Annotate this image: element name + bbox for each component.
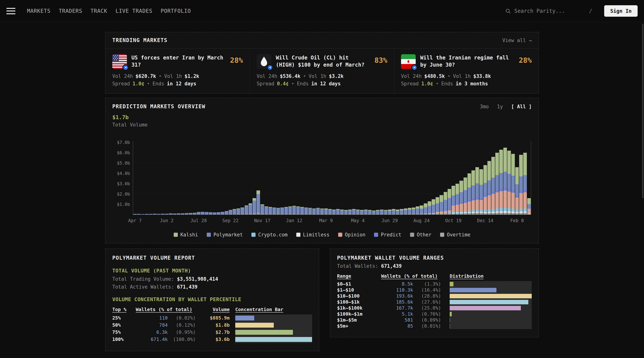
volume-line: Vol 24h$480.5k•Vol 1h$33.8k	[401, 73, 532, 79]
volume-value: $620.7k	[136, 73, 156, 79]
wallet-pct: (0.02%)	[170, 315, 196, 322]
sign-in-button[interactable]: Sign In	[604, 5, 638, 17]
wallet-count: 8.5k	[381, 281, 413, 287]
view-all-link[interactable]: View all →	[502, 37, 532, 43]
separator-dot: •	[292, 81, 294, 86]
wallet-count: 671.4k	[136, 336, 168, 343]
wallets-cell: 671.4k(100.0%)	[136, 336, 194, 343]
legend-item-kalshi[interactable]: Kalshi	[174, 232, 198, 238]
range-button-All[interactable]: [ All ]	[511, 104, 532, 109]
total-volume-label: Total Volume	[112, 122, 532, 128]
svg-text:Jul 28: Jul 28	[190, 218, 207, 223]
range-button-1y[interactable]: 1y	[497, 104, 503, 109]
distribution-bar-fill	[450, 318, 450, 322]
search-input[interactable]	[514, 8, 582, 14]
spread-line: Spread1.0¢•Endsin 12 days	[112, 81, 243, 86]
spread-value: 1.0¢	[132, 81, 144, 86]
legend-swatch	[252, 233, 256, 237]
column-header: Range	[337, 273, 376, 281]
spread-label: Spread	[112, 81, 130, 86]
spread-label: Ends	[152, 81, 164, 86]
wallets-cell: 8.5k(1.3%)	[381, 281, 444, 287]
volume-label: Vol 1h	[164, 73, 182, 79]
svg-text:$5.0b: $5.0b	[117, 161, 130, 165]
market-card[interactable]: US forces enter Iran by March 31?28%Vol …	[106, 49, 250, 93]
time-range-selector: 3mo1y[ All ]	[480, 104, 532, 109]
legend-label: Other	[417, 232, 432, 238]
legend-item-other[interactable]: Other	[410, 232, 432, 238]
nav-item-live-trades[interactable]: LIVE TRADES	[116, 8, 152, 14]
column-header: Wallets (% of total)	[136, 306, 194, 315]
svg-text:$1.0b: $1.0b	[117, 202, 130, 207]
scrollbar-thumb[interactable]	[642, 24, 644, 198]
iran-flag-icon	[401, 54, 416, 69]
active-wallets-label: Total Active Wallets:	[112, 284, 174, 290]
concentration-bar-fill	[235, 337, 312, 342]
volume-value: $480.5k	[424, 73, 445, 79]
legend-label: Overtime	[447, 232, 470, 238]
volume-value: $536.4k	[280, 73, 300, 79]
wallet-pct: (0.95%)	[170, 329, 196, 336]
overview-title: PREDICTION MARKETS OVERVIEW	[112, 103, 206, 110]
legend-item-overtime[interactable]: Overtime	[440, 232, 470, 238]
spread-label: Spread	[257, 81, 274, 86]
wallets-cell: 6.3k(0.95%)	[136, 329, 194, 336]
legend-swatch	[174, 233, 178, 237]
legend-swatch	[296, 233, 300, 237]
concentration-bar	[235, 322, 312, 329]
volume-cell: $3.6b	[200, 336, 230, 343]
wallet-ranges-table: RangeWallets (% of total)Distribution$0–…	[337, 273, 532, 329]
market-title: US forces enter Iran by March 31?	[132, 54, 224, 68]
platform-badge-icon	[267, 64, 273, 71]
wallets-cell: 5.1k(0.76%)	[381, 311, 444, 317]
volume-label: Vol 24h	[112, 73, 133, 79]
market-card[interactable]: Will the Iranian regime fall by June 30?…	[394, 49, 538, 93]
wallet-count: 193.6k	[381, 293, 413, 299]
search-box[interactable]	[505, 8, 582, 14]
wallet-pct: (0.09%)	[416, 317, 441, 323]
legend-item-limitless[interactable]: Limitless	[296, 232, 330, 238]
market-card[interactable]: Will Crude Oil (CL) hit (HIGH) $100 by e…	[250, 49, 394, 93]
nav-item-track[interactable]: TRACK	[90, 8, 107, 14]
percentile-label: 25%	[112, 315, 130, 322]
concentration-bar-fill	[235, 330, 293, 335]
ends-value: in 12 days	[311, 81, 341, 86]
distribution-bar	[450, 287, 532, 293]
wallet-count: 784	[136, 322, 168, 329]
ends-value: in 3 months	[456, 81, 488, 86]
nav-item-markets[interactable]: MARKETS	[27, 8, 50, 14]
wallet-count: 185.6k	[381, 299, 413, 305]
wallet-count: 5.1k	[381, 311, 413, 317]
volume-value: $33.8k	[473, 73, 491, 79]
range-label: $1k–$100k	[337, 305, 376, 311]
menu-button[interactable]	[6, 8, 16, 14]
separator-dot: •	[147, 81, 150, 86]
legend-label: Crypto.com	[258, 232, 288, 238]
svg-text:Apr 7: Apr 7	[128, 218, 142, 223]
trending-title: TRENDING MARKETS	[112, 37, 168, 43]
legend-item-opinion[interactable]: Opinion	[338, 232, 366, 238]
distribution-bar	[450, 299, 532, 305]
search-shortcut-hint: /	[589, 8, 592, 14]
nav-item-traders[interactable]: TRADERS	[59, 8, 82, 14]
wallet-pct: (25.0%)	[416, 305, 441, 311]
market-card-top: Will Crude Oil (CL) hit (HIGH) $100 by e…	[257, 54, 387, 69]
nav-item-portfolio[interactable]: PORTFOLIO	[161, 8, 191, 14]
wallet-count: 110.3k	[381, 287, 413, 293]
column-header: Distribution	[450, 273, 532, 281]
percentile-label: 75%	[112, 329, 130, 336]
chart-legend: KalshiPolymarketCrypto.comLimitlessOpini…	[112, 232, 532, 238]
legend-item-predict[interactable]: Predict	[374, 232, 402, 238]
svg-text:$7.0b: $7.0b	[117, 140, 130, 145]
column-header: Volume	[200, 306, 230, 315]
svg-text:$4.0b: $4.0b	[117, 171, 130, 176]
search-icon	[505, 8, 511, 14]
total-wallets-value: 671,439	[381, 263, 402, 269]
legend-item-polymarket[interactable]: Polymarket	[207, 232, 243, 238]
active-wallets-value: 671,439	[177, 284, 198, 290]
total-volume-value: $1.7b	[112, 114, 532, 120]
distribution-bar-fill	[450, 312, 452, 316]
range-button-3mo[interactable]: 3mo	[480, 104, 489, 109]
chart-bars	[133, 148, 531, 215]
legend-item-cryptocom[interactable]: Crypto.com	[252, 232, 288, 238]
